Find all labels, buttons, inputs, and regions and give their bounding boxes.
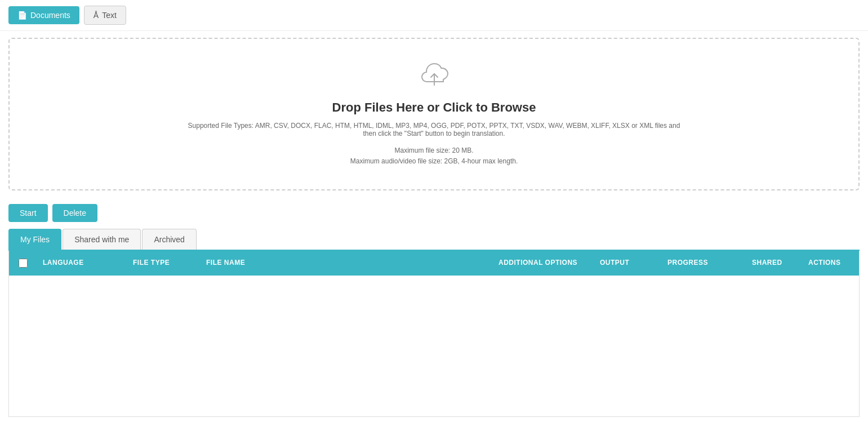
files-table: LANGUAGE FILE TYPE FILE NAME ADDITIONAL … <box>8 251 860 417</box>
max-audio-video: Maximum audio/video file size: 2GB, 4-ho… <box>21 156 847 167</box>
delete-button[interactable]: Delete <box>52 204 97 222</box>
header-additional-options: ADDITIONAL OPTIONS <box>493 251 594 276</box>
tab-shared-with-me[interactable]: Shared with me <box>63 229 141 250</box>
drop-zone[interactable]: Drop Files Here or Click to Browse Suppo… <box>8 38 860 190</box>
text-translate-icon: Å <box>94 11 99 20</box>
header-progress: PROGRESS <box>662 251 746 276</box>
start-button[interactable]: Start <box>8 204 48 222</box>
tab-my-files-label: My Files <box>20 235 50 244</box>
header-checkbox-cell[interactable] <box>9 251 37 276</box>
tab-archived[interactable]: Archived <box>142 229 196 250</box>
max-file-size: Maximum file size: 20 MB. <box>21 145 847 156</box>
tab-archived-label: Archived <box>154 235 184 244</box>
tab-my-files[interactable]: My Files <box>8 229 61 250</box>
header-actions: ACTIONS <box>803 251 859 276</box>
header-language: LANGUAGE <box>37 251 127 276</box>
top-nav: 📄 Documents Å Text <box>0 0 868 31</box>
header-file-name: FILE NAME <box>201 251 493 276</box>
header-output: OUTPUT <box>594 251 662 276</box>
table-header: LANGUAGE FILE TYPE FILE NAME ADDITIONAL … <box>9 251 859 276</box>
header-shared: SHARED <box>746 251 803 276</box>
drop-zone-title: Drop Files Here or Click to Browse <box>21 100 847 115</box>
select-all-checkbox[interactable] <box>19 259 28 268</box>
text-label: Text <box>102 11 117 20</box>
header-file-type: FILE TYPE <box>127 251 201 276</box>
supported-file-types: Supported File Types: AMR, CSV, DOCX, FL… <box>181 122 688 137</box>
documents-icon: 📄 <box>17 11 27 20</box>
text-button[interactable]: Å Text <box>84 6 126 25</box>
upload-cloud-icon <box>21 61 847 94</box>
file-tabs: My Files Shared with me Archived <box>8 229 860 251</box>
file-size-limits: Maximum file size: 20 MB. Maximum audio/… <box>21 145 847 167</box>
documents-button[interactable]: 📄 Documents <box>8 6 79 24</box>
documents-label: Documents <box>30 11 70 20</box>
table-body <box>9 276 859 416</box>
tab-shared-with-me-label: Shared with me <box>74 235 129 244</box>
action-buttons: Start Delete <box>0 197 868 222</box>
